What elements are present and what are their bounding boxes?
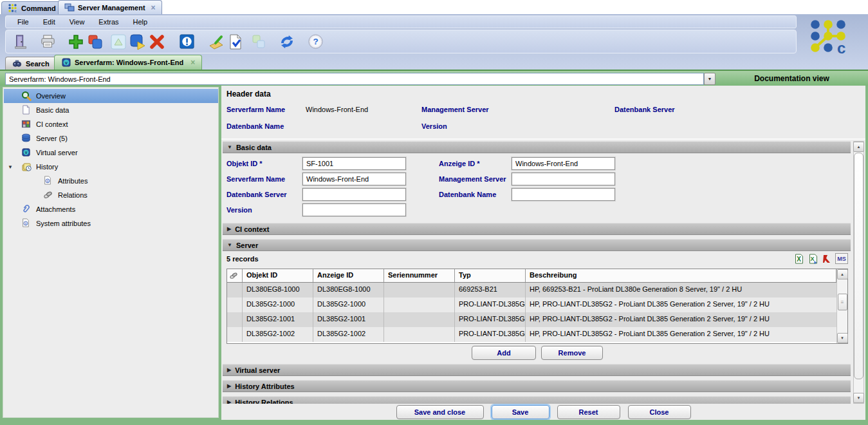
anzeige-id-field[interactable] [512, 157, 615, 170]
section-history-relations[interactable]: ▶ History Relations [223, 396, 851, 404]
tab-server-management[interactable]: Server Management × [58, 0, 162, 14]
sidebar-item-server[interactable]: Server (5) [4, 131, 218, 146]
window-bottom-border [0, 420, 868, 425]
sidebar-item-ci-context[interactable]: CI context [4, 117, 218, 131]
close-icon[interactable]: × [151, 3, 156, 12]
section-ci-context[interactable]: ▶ CI context [223, 223, 851, 235]
scroll-up-icon[interactable]: ▲ [853, 142, 864, 152]
edit-icon[interactable] [207, 32, 226, 52]
save-button[interactable]: Save [492, 405, 549, 419]
section-basic-data[interactable]: ▼ Basic data [223, 141, 851, 153]
help-icon[interactable]: ? [306, 32, 325, 52]
validate-icon[interactable] [226, 32, 245, 52]
application-tabstrip: c Command Server Management × [0, 0, 868, 14]
table-row[interactable]: DL380EG8-1000 DL380EG8-1000 669253-B21 H… [227, 283, 836, 298]
tab-search[interactable]: Search [5, 57, 57, 70]
scroll-up-icon[interactable]: ▲ [837, 269, 848, 279]
svg-text:c: c [15, 8, 17, 12]
section-server[interactable]: ▼ Server [223, 239, 851, 251]
reset-button[interactable]: Reset [557, 405, 620, 419]
datenbank-server-header-label: Datenbank Server [614, 106, 675, 113]
ms-export-icon[interactable]: MS [835, 253, 848, 264]
sidebar-item-history-relations[interactable]: Relations [4, 188, 218, 202]
section-virtual-server[interactable]: ▶ Virtual server [223, 364, 851, 376]
delete-icon[interactable] [147, 32, 167, 52]
column-header[interactable]: Anzeige ID [313, 269, 384, 282]
copy-icon[interactable] [86, 32, 105, 52]
scroll-down-icon[interactable]: ▼ [853, 393, 864, 403]
combo-dropdown-button[interactable]: ▼ [704, 73, 716, 85]
excel-export-icon[interactable]: X [793, 253, 804, 264]
serverfarm-name-field[interactable] [302, 173, 406, 185]
table-row[interactable]: DL385G2-1002 DL385G2-1002 PRO-LIANT-DL38… [227, 327, 836, 342]
view-mode-label: Documentation view [716, 71, 868, 86]
section-collapsed-icon: ▶ [227, 383, 231, 389]
new-icon[interactable] [66, 32, 86, 52]
sidebar-item-virtual-server[interactable]: v Virtual server [4, 146, 218, 160]
scroll-down-icon[interactable]: ▼ [837, 333, 848, 343]
refresh-icon[interactable] [277, 32, 297, 52]
table-row[interactable]: DL385G2-1001 DL385G2-1001 PRO-LIANT-DL38… [227, 312, 836, 327]
export-toolbar: X X MS [793, 253, 848, 264]
close-button[interactable]: Close [628, 405, 691, 419]
column-header[interactable]: Objekt ID [243, 269, 313, 282]
datenbank-server-field[interactable] [302, 188, 406, 201]
open-icon[interactable] [128, 32, 147, 52]
print-icon[interactable] [38, 32, 57, 52]
cell-anzeige-id: DL380EG8-1000 [313, 283, 384, 298]
cell-beschreibung: HP, 669253-B21 - ProLiant DL380e Generat… [526, 283, 836, 298]
sidebar-item-label: Relations [58, 191, 88, 199]
menu-help[interactable]: Help [127, 17, 154, 27]
section-history-attributes[interactable]: ▶ History Attributes [223, 380, 851, 392]
cell-seriennummer [384, 327, 455, 342]
sidebar-item-overview[interactable]: Overview [4, 89, 218, 103]
system-attributes-icon: i [21, 218, 32, 229]
datenbank-name-field[interactable] [512, 188, 615, 201]
cell-anzeige-id: DL385G2-1001 [313, 312, 384, 327]
menu-file[interactable]: File [11, 17, 35, 27]
menu-extras[interactable]: Extras [92, 17, 125, 27]
footer-button-bar: Save and close Save Reset Close [221, 404, 865, 420]
exit-icon[interactable] [11, 32, 30, 52]
svg-text:X: X [810, 256, 814, 262]
section-history-relations-label: History Relations [235, 399, 293, 404]
maximize-icon[interactable] [109, 32, 128, 52]
menu-view[interactable]: View [63, 17, 91, 27]
relation-column-icon[interactable] [227, 269, 243, 282]
datenbank-server-label: Datenbank Server [226, 191, 287, 198]
svg-text:v: v [65, 61, 68, 65]
serverfarm-name-header-label: Serverfarm Name [226, 106, 285, 113]
column-header[interactable]: Beschreibung [526, 269, 836, 282]
menu-edit[interactable]: Edit [37, 17, 62, 27]
sidebar-item-label: CI context [36, 120, 68, 128]
scrollbar-thumb[interactable] [854, 153, 863, 379]
tab-command[interactable]: c Command [1, 1, 62, 14]
sidebar-item-history-attributes[interactable]: i Attributes [4, 174, 218, 188]
column-header[interactable]: Seriennummer [384, 269, 455, 282]
save-and-close-button[interactable]: Save and close [396, 405, 484, 419]
tab-document[interactable]: v Serverfarm: Windows-Front-End × [54, 55, 202, 70]
content-panel: Header data Serverfarm Name Windows-Fron… [221, 86, 865, 420]
info-icon[interactable] [177, 32, 196, 52]
sidebar-item-system-attributes[interactable]: i System attributes [4, 216, 218, 231]
close-icon[interactable]: × [190, 58, 195, 67]
table-row[interactable]: DL385G2-1000 DL385G2-1000 PRO-LIANT-DL38… [227, 298, 836, 312]
column-header[interactable]: Typ [455, 269, 526, 282]
datenbank-name-label: Datenbank Name [439, 191, 496, 198]
objekt-id-field[interactable] [302, 157, 406, 170]
sidebar-item-attachments[interactable]: Attachments [4, 202, 218, 216]
tree-expander-icon[interactable]: ▼ [8, 164, 13, 170]
management-server-field[interactable] [512, 173, 615, 185]
remove-button[interactable]: Remove [541, 346, 603, 360]
add-button[interactable]: Add [472, 346, 536, 360]
document-selector-combo[interactable] [5, 73, 704, 85]
form-scroll-area: ▼ Basic data Objekt ID * Anzeige ID * Se… [221, 141, 852, 404]
version-field[interactable] [302, 203, 406, 216]
pdf-export-icon[interactable] [821, 253, 833, 264]
excel-csv-export-icon[interactable]: X [807, 253, 818, 264]
objects-icon[interactable] [249, 32, 268, 52]
toolbar: ? [5, 30, 797, 53]
sidebar-item-basic-data[interactable]: Basic data [4, 103, 218, 117]
sidebar-item-history[interactable]: ▼ History [4, 160, 218, 174]
scrollbar-thumb[interactable]: ≡ [838, 294, 847, 310]
